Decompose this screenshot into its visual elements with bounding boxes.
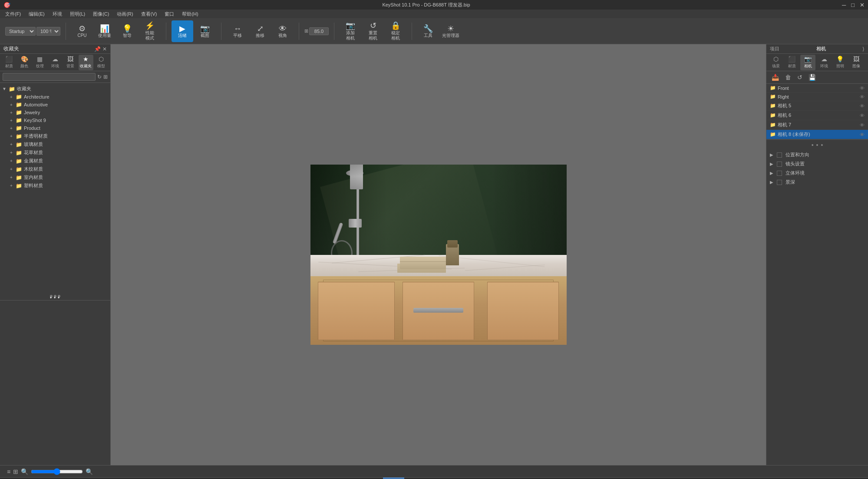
- right-panel-expand-icon[interactable]: ⟩: [862, 46, 865, 52]
- search-refresh-icon[interactable]: ↻: [97, 74, 102, 80]
- left-panel-close[interactable]: ✕: [102, 46, 107, 52]
- cpu-button[interactable]: ⚙ CPU: [71, 20, 93, 42]
- tree-item-plastic[interactable]: + 📁 塑料材质: [0, 182, 110, 190]
- search-filter-icon[interactable]: ⊞: [103, 74, 108, 80]
- menu-help[interactable]: 帮助(H): [178, 10, 201, 18]
- delete-camera-button[interactable]: 🗑: [783, 73, 793, 82]
- tip-button[interactable]: 💡 智导: [116, 20, 138, 42]
- maximize-button[interactable]: □: [851, 2, 855, 8]
- usage-button[interactable]: 📊 使用量: [94, 20, 116, 42]
- tree-item-metal[interactable]: + 📁 金属材质: [0, 157, 110, 165]
- tab-color[interactable]: 🎨 颜色: [17, 55, 31, 70]
- toolbar-sep-2: [166, 23, 166, 40]
- tree-item-architecture[interactable]: + 📁 Architecture: [0, 93, 110, 101]
- titlebar-controls: ─ □ ✕: [842, 2, 865, 8]
- tab-environment-r[interactable]: ☁ 环境: [816, 55, 832, 70]
- tab-scene[interactable]: ⬡ 场景: [768, 55, 783, 70]
- tab-camera[interactable]: 📷 相机: [800, 55, 815, 70]
- camera-item-5[interactable]: 📁 相机 5 👁: [766, 101, 868, 111]
- close-button[interactable]: ✕: [860, 2, 865, 8]
- lighting-icon: 💡: [836, 56, 844, 63]
- tab-lighting[interactable]: 💡 照明: [832, 55, 848, 70]
- camera-item-6[interactable]: 📁 相机 6 👁: [766, 111, 868, 120]
- tab-material[interactable]: ⬛ 材质: [784, 55, 799, 70]
- add-camera-button[interactable]: 📷 添加相机: [340, 20, 361, 42]
- tree-item-favorites-root[interactable]: ▼ 📁 收藏夹: [0, 85, 110, 93]
- center-canvas[interactable]: [111, 44, 766, 465]
- live-button[interactable]: ▶ 活绪: [172, 20, 193, 42]
- menu-file[interactable]: 文件(F): [2, 10, 24, 18]
- minimize-button[interactable]: ─: [842, 2, 846, 8]
- lower-left-panel: [0, 300, 110, 465]
- tree-item-interior[interactable]: + 📁 室内材质: [0, 173, 110, 182]
- section-position[interactable]: ▶ 位置和方向: [766, 150, 868, 159]
- left-panel-controls: 📌 ✕: [94, 46, 107, 52]
- tree-item-jewelry[interactable]: + 📁 Jewelry: [0, 109, 110, 116]
- camera-folder-icon: 📁: [770, 122, 776, 128]
- left-panel-pin[interactable]: 📌: [94, 46, 101, 52]
- toolbar-sep-5: [334, 23, 334, 40]
- tree-item-glass[interactable]: + 📁 玻璃材质: [0, 140, 110, 149]
- search-input[interactable]: [3, 73, 96, 81]
- tab-background[interactable]: 🖼 背景: [63, 55, 78, 70]
- camera-visible-icon[interactable]: 👁: [860, 86, 865, 91]
- tab-model[interactable]: ⬡ 模型: [94, 55, 109, 70]
- bottom-grid-icon[interactable]: ⊞: [13, 468, 18, 475]
- menu-window[interactable]: 窗口: [161, 10, 178, 18]
- tab-material[interactable]: ⬛ 材质: [2, 55, 16, 70]
- camera-visible-icon[interactable]: 👁: [860, 103, 865, 109]
- section-stereo[interactable]: ▶ 立体环境: [766, 168, 868, 178]
- camera-item-8[interactable]: 📁 相机 8 (未保存) 👁: [766, 130, 868, 139]
- menu-view[interactable]: 查看(V): [138, 10, 161, 18]
- menu-edit[interactable]: 编辑(E): [25, 10, 48, 18]
- view-button[interactable]: 👁 视角: [272, 20, 294, 42]
- folder-icon: 📁: [16, 133, 22, 139]
- stable-camera-button[interactable]: 🔒 稳定相机: [385, 20, 406, 42]
- menu-lighting[interactable]: 照明(L): [66, 10, 89, 18]
- camera-visible-icon[interactable]: 👁: [860, 94, 865, 99]
- tree-item-wood[interactable]: + 📁 木纹材质: [0, 165, 110, 173]
- bottom-zoom-icon[interactable]: 🔍: [86, 468, 93, 475]
- refresh-camera-button[interactable]: ↺: [795, 73, 804, 82]
- section-lens[interactable]: ▶ 镜头设置: [766, 159, 868, 168]
- reset-camera-button[interactable]: ↺ 重置相机: [362, 20, 384, 42]
- menu-animation[interactable]: 动画(R): [113, 10, 136, 18]
- flat-button[interactable]: ↔ 平移: [227, 20, 248, 42]
- folder-icon: 📁: [16, 117, 22, 123]
- tree-item-product[interactable]: + 📁 Product: [0, 124, 110, 132]
- tab-environment[interactable]: ☁ 环境: [48, 55, 62, 70]
- zoom-select[interactable]: 100 %: [36, 27, 60, 36]
- render-button[interactable]: 📷 截图: [194, 20, 216, 42]
- camera-item-7[interactable]: 📁 相机 7 👁: [766, 120, 868, 130]
- expand-arrow: ▶: [770, 152, 775, 157]
- value-input[interactable]: [309, 27, 329, 35]
- light-manager-button[interactable]: ☀ 光管理器: [440, 20, 462, 42]
- add-camera-list-button[interactable]: 📥: [770, 73, 781, 82]
- tab-favorites[interactable]: ★ 收藏夹: [79, 55, 93, 70]
- mode-button[interactable]: ⚡ 性能模式: [139, 20, 161, 42]
- tree-item-flora[interactable]: + 📁 花草材质: [0, 149, 110, 157]
- nudge-button[interactable]: ⤢ 推移: [249, 20, 271, 42]
- tab-texture[interactable]: ▦ 纹理: [33, 55, 47, 70]
- camera-visible-icon[interactable]: 👁: [860, 122, 865, 128]
- tree-item-translucent[interactable]: + 📁 半透明材质: [0, 132, 110, 140]
- camera-item-right[interactable]: 📁 Right 👁: [766, 92, 868, 101]
- menu-env[interactable]: 环境: [49, 10, 66, 18]
- section-dof[interactable]: ▶ 景深: [766, 178, 868, 187]
- menu-image[interactable]: 图像(C): [89, 10, 112, 18]
- save-camera-button[interactable]: 💾: [807, 73, 818, 82]
- zoom-slider[interactable]: [31, 468, 83, 475]
- tools-button[interactable]: 🔧 工具: [417, 20, 439, 42]
- camera-item-front[interactable]: 📁 Front 👁: [766, 84, 868, 92]
- bottom-search-icon[interactable]: 🔍: [21, 468, 28, 475]
- material-icon: ⬛: [788, 56, 795, 63]
- camera-visible-icon[interactable]: 👁: [860, 132, 865, 137]
- tree-item-keyshot9[interactable]: + 📁 KeyShot 9: [0, 116, 110, 124]
- tab-image[interactable]: 🖼 图像: [848, 55, 864, 70]
- reset-camera-icon: ↺: [370, 22, 376, 30]
- startup-select[interactable]: Startup: [5, 27, 36, 36]
- tree-item-automotive[interactable]: + 📁 Automotive: [0, 101, 110, 109]
- camera-visible-icon[interactable]: 👁: [860, 113, 865, 118]
- bottom-list-icon[interactable]: ≡: [7, 468, 10, 475]
- expand-icon: +: [9, 126, 14, 131]
